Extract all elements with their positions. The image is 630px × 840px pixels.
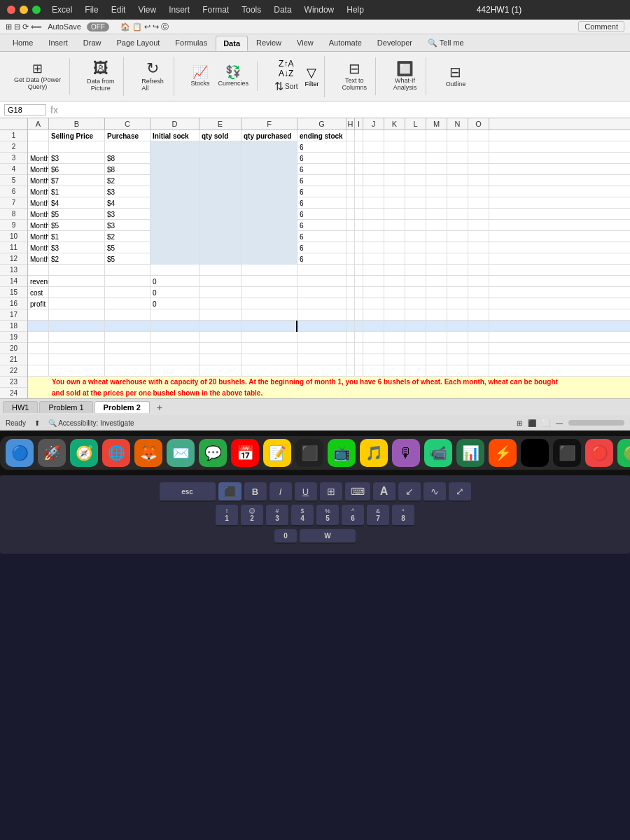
view-normal-icon[interactable]: ⊞ bbox=[517, 419, 522, 427]
cell-L18[interactable] bbox=[405, 321, 426, 332]
tab-developer[interactable]: Developer bbox=[370, 36, 419, 51]
cell-O4[interactable] bbox=[468, 164, 489, 175]
cell-E8[interactable] bbox=[200, 209, 241, 220]
key-2[interactable]: @2 bbox=[241, 505, 263, 526]
cell-A1[interactable] bbox=[28, 130, 49, 141]
cell-B22[interactable] bbox=[49, 365, 105, 377]
cell-I6[interactable] bbox=[355, 186, 363, 197]
cell-F15[interactable] bbox=[241, 287, 298, 298]
cell-H3[interactable] bbox=[346, 153, 355, 164]
col-header-C[interactable]: C bbox=[105, 118, 150, 130]
cell-A4[interactable]: Month 2 bbox=[28, 164, 49, 175]
menu-edit[interactable]: Edit bbox=[111, 5, 126, 15]
cell-G4[interactable]: 6 bbox=[298, 164, 346, 175]
cell-C9[interactable]: $3 bbox=[105, 220, 150, 231]
dock-icon-messages[interactable]: 💬 bbox=[199, 439, 227, 467]
cell-K4[interactable] bbox=[384, 164, 405, 175]
cell-I12[interactable] bbox=[355, 253, 363, 265]
cell-M6[interactable] bbox=[426, 186, 447, 197]
row-header-7[interactable]: 7 bbox=[0, 197, 27, 209]
cell-B14[interactable] bbox=[49, 276, 105, 287]
cell-K6[interactable] bbox=[384, 186, 405, 197]
cell-H4[interactable] bbox=[346, 164, 355, 175]
stocks-button[interactable]: 📈 Stocks bbox=[188, 64, 213, 88]
cell-L10[interactable] bbox=[405, 231, 426, 242]
cell-I11[interactable] bbox=[355, 242, 363, 253]
tab-page-layout[interactable]: Page Layout bbox=[110, 36, 167, 51]
cell-K14[interactable] bbox=[384, 276, 405, 287]
col-header-O[interactable]: O bbox=[468, 118, 489, 130]
cell-C22[interactable] bbox=[105, 365, 150, 377]
key-0[interactable]: 0 bbox=[274, 529, 297, 544]
cell-D9[interactable] bbox=[150, 220, 200, 231]
sort-button[interactable]: ⇅ Sort bbox=[272, 78, 300, 94]
minimize-button[interactable] bbox=[20, 6, 28, 14]
cell-A7[interactable]: Month 5 bbox=[28, 197, 49, 209]
cell-E15[interactable] bbox=[200, 287, 241, 298]
cell-H13[interactable] bbox=[346, 265, 355, 276]
cell-F19[interactable] bbox=[241, 332, 298, 343]
cell-N17[interactable] bbox=[447, 309, 468, 321]
key-5[interactable]: %5 bbox=[316, 505, 339, 526]
cell-O22[interactable] bbox=[468, 365, 489, 377]
cell-F8[interactable] bbox=[241, 209, 298, 220]
cell-A14[interactable]: revenue bbox=[28, 276, 49, 287]
dock-icon-a[interactable]: 🅰 bbox=[521, 439, 549, 467]
key-underline[interactable]: U bbox=[295, 482, 317, 502]
cell-J9[interactable] bbox=[363, 220, 384, 231]
cell-M16[interactable] bbox=[426, 298, 447, 309]
cell-H22[interactable] bbox=[346, 365, 355, 377]
cell-C6[interactable]: $3 bbox=[105, 186, 150, 197]
row-header-9[interactable]: 9 bbox=[0, 220, 27, 231]
key-esc[interactable]: esc bbox=[160, 482, 216, 502]
cell-B16[interactable] bbox=[49, 298, 105, 309]
cell-N15[interactable] bbox=[447, 287, 468, 298]
cell-L5[interactable] bbox=[405, 175, 426, 186]
dock-icon-finder[interactable]: 🔵 bbox=[6, 439, 34, 467]
cell-N22[interactable] bbox=[447, 365, 468, 377]
cell-C15[interactable] bbox=[105, 287, 150, 298]
cell-D21[interactable] bbox=[150, 354, 200, 365]
cell-B11[interactable]: $3 bbox=[49, 242, 105, 253]
dock-icon-mail[interactable]: ✉️ bbox=[167, 439, 195, 467]
cell-J4[interactable] bbox=[363, 164, 384, 175]
cell-L11[interactable] bbox=[405, 242, 426, 253]
cell-K3[interactable] bbox=[384, 153, 405, 164]
cell-I7[interactable] bbox=[355, 197, 363, 209]
cell-O6[interactable] bbox=[468, 186, 489, 197]
cell-B17[interactable] bbox=[49, 309, 105, 321]
cell-J11[interactable] bbox=[363, 242, 384, 253]
cell-N12[interactable] bbox=[447, 253, 468, 265]
dock-icon-music[interactable]: 🎵 bbox=[360, 439, 388, 467]
cell-K9[interactable] bbox=[384, 220, 405, 231]
sheet-tab-problem2[interactable]: Problem 2 bbox=[94, 401, 150, 413]
cell-E2[interactable] bbox=[200, 141, 241, 153]
data-from-picture-button[interactable]: 🖼 Data fromPicture bbox=[84, 59, 118, 93]
cell-F16[interactable] bbox=[241, 298, 298, 309]
row-header-8[interactable]: 8 bbox=[0, 209, 27, 220]
cell-I4[interactable] bbox=[355, 164, 363, 175]
formula-input[interactable] bbox=[62, 106, 626, 114]
col-header-H[interactable]: H bbox=[346, 118, 355, 130]
key-bold-icon[interactable]: ⬛ bbox=[218, 482, 241, 502]
cell-J6[interactable] bbox=[363, 186, 384, 197]
cell-F9[interactable] bbox=[241, 220, 298, 231]
cell-D13[interactable] bbox=[150, 265, 200, 276]
cell-B2[interactable] bbox=[49, 141, 105, 153]
cell-I16[interactable] bbox=[355, 298, 363, 309]
cell-C13[interactable] bbox=[105, 265, 150, 276]
cell-I21[interactable] bbox=[355, 354, 363, 365]
cell-O21[interactable] bbox=[468, 354, 489, 365]
cell-I17[interactable] bbox=[355, 309, 363, 321]
cell-I22[interactable] bbox=[355, 365, 363, 377]
menu-excel[interactable]: Excel bbox=[52, 5, 72, 15]
autosave-toggle[interactable]: OFF bbox=[87, 22, 109, 31]
cell-L6[interactable] bbox=[405, 186, 426, 197]
row-header-3[interactable]: 3 bbox=[0, 153, 27, 164]
cell-L1[interactable] bbox=[405, 130, 426, 141]
cell-L9[interactable] bbox=[405, 220, 426, 231]
cell-J21[interactable] bbox=[363, 354, 384, 365]
cell-N4[interactable] bbox=[447, 164, 468, 175]
dock-icon-s[interactable]: 🔴 bbox=[585, 439, 613, 467]
cell-F4[interactable] bbox=[241, 164, 298, 175]
